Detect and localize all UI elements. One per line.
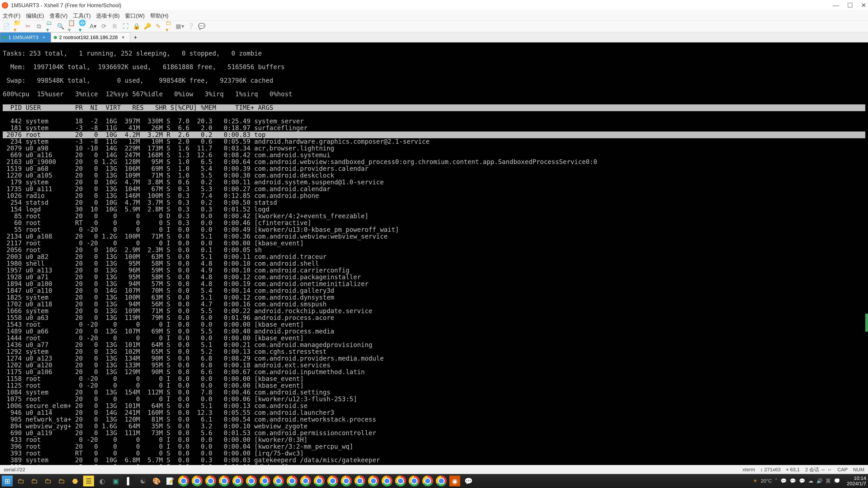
tab-close-icon[interactable]: ×: [42, 35, 45, 40]
tray-wechat-icon[interactable]: 💬: [790, 478, 796, 484]
process-row: 1274 u0_a123 20 0 13G 134M 90M S 0.0 6.8…: [3, 355, 865, 362]
font-icon[interactable]: A▾: [90, 23, 97, 30]
taskbar-chrome-icon[interactable]: [368, 476, 379, 486]
tab-status-dot-icon: [54, 36, 57, 39]
taskbar-chrome-icon[interactable]: [354, 476, 365, 486]
tab-2[interactable]: 2 rootroot192.168.186.228 ×: [51, 32, 130, 42]
titlebar: 1M5UART3 - Xshell 7 (Free for Home/Schoo…: [0, 0, 868, 11]
taskbar-folder-icon[interactable]: 🗀: [16, 476, 26, 486]
search-icon[interactable]: 🔍: [57, 23, 64, 30]
copy2-icon[interactable]: ⎘: [111, 23, 119, 30]
taskbar-chrome-icon[interactable]: [395, 476, 406, 486]
taskbar-notes-icon[interactable]: ☰: [83, 476, 94, 486]
menu-tabs[interactable]: 选项卡(B): [96, 12, 120, 20]
taskbar-chrome-icon[interactable]: [287, 476, 298, 486]
taskbar-chrome-icon[interactable]: [327, 476, 338, 486]
process-row: 181 system -3 -8 11G 41M 26M S 6.6 2.0 0…: [3, 125, 865, 131]
terminal-output[interactable]: Tasks: 253 total, 1 running, 252 sleepin…: [0, 42, 868, 465]
layout-icon[interactable]: ▦▾: [176, 23, 184, 30]
taskbar-chrome-icon[interactable]: [341, 476, 352, 486]
process-row: 2079 u0_a98 10 -10 14G 229M 173M S 1.6 1…: [3, 145, 865, 152]
tab-label: 2 rootroot192.168.186.228: [59, 35, 118, 40]
paste-icon[interactable]: 📋▾: [68, 23, 75, 30]
taskbar-xshell-icon[interactable]: ◉: [450, 476, 460, 486]
taskbar-app-icon[interactable]: ☯: [137, 476, 148, 486]
taskbar-chrome-icon[interactable]: [314, 476, 324, 486]
tray-cloud-icon[interactable]: ☁: [808, 478, 813, 484]
status-conn: serial://22: [4, 467, 25, 473]
process-row: 1558 u0_a63 20 0 13G 119M 79M S 0.0 6.0 …: [3, 315, 865, 321]
taskbar-chrome-icon[interactable]: [273, 476, 284, 486]
taskbar-chrome-icon[interactable]: [300, 476, 311, 486]
tray-ime[interactable]: 英: [826, 478, 831, 484]
taskbar-chrome-icon[interactable]: [178, 476, 189, 486]
cut-icon[interactable]: ✂: [24, 23, 32, 30]
top-swap: Swap: 998548K total, 0 used, 998548K fre…: [3, 77, 865, 84]
start-button[interactable]: ⊞: [2, 476, 13, 486]
tray-up-icon[interactable]: ˄: [775, 478, 777, 484]
new-tab-button[interactable]: +: [130, 32, 141, 42]
properties-icon[interactable]: 🗂▾: [46, 23, 53, 30]
taskbar-chrome-icon[interactable]: [409, 476, 420, 486]
close-button[interactable]: ✕: [861, 2, 866, 9]
taskbar-terminal-icon[interactable]: ▌: [124, 476, 135, 486]
tray-wechat-icon[interactable]: 💬: [799, 478, 805, 484]
top-cpu: 600%cpu 15%user 3%nice 12%sys 567%idle 0…: [3, 91, 865, 98]
taskbar-chrome-icon[interactable]: [422, 476, 433, 486]
taskbar-chrome-icon[interactable]: [192, 476, 203, 486]
process-row: 1489 u0_a66 20 0 13G 107M 69M S 0.0 5.5 …: [3, 328, 865, 335]
taskbar-notepad-icon[interactable]: 📝: [164, 476, 176, 486]
taskbar-folder-icon[interactable]: 🗀: [42, 476, 53, 486]
taskbar-folder-icon[interactable]: 🗀: [56, 476, 67, 486]
globe-icon[interactable]: 🌐▾: [79, 23, 86, 30]
menu-window[interactable]: 窗口(W): [125, 12, 145, 20]
taskbar-chrome-icon[interactable]: [205, 476, 216, 486]
process-row: 1292 system 20 0 13G 102M 65M S 0.0 5.2 …: [3, 348, 865, 355]
system-tray[interactable]: ☀ 20°C ˄ 💬 💬 💬 ☁ 🔊 英 💭 10:14 2024/1/7: [753, 476, 866, 486]
tray-volume-icon[interactable]: 🔊: [816, 478, 823, 484]
chat-icon[interactable]: 💬: [198, 23, 205, 30]
process-row: 1220 u0_a105 20 0 13G 109M 71M S 1.0 5.5…: [3, 172, 865, 179]
fullscreen-icon[interactable]: ⛶: [122, 23, 129, 30]
copy-icon[interactable]: ⧉: [35, 23, 42, 30]
taskbar-chrome-icon[interactable]: [232, 476, 243, 486]
lock-icon[interactable]: 🔒: [133, 23, 140, 30]
maximize-button[interactable]: ☐: [847, 2, 853, 9]
reconnect-icon[interactable]: ⟳: [100, 23, 107, 30]
tab-active[interactable]: 1 1M5UART3 ×: [0, 32, 51, 42]
taskbar-chrome-icon[interactable]: [219, 476, 230, 486]
scrollbar-thumb[interactable]: [865, 314, 868, 332]
tab-close-icon[interactable]: ×: [122, 35, 125, 40]
weather-icon[interactable]: ☀: [753, 478, 757, 484]
taskbar-wechat-icon[interactable]: 💬: [463, 476, 474, 486]
tray-comment-icon[interactable]: 💭: [834, 478, 840, 484]
taskbar-app-icon[interactable]: ◐: [97, 476, 107, 486]
menu-edit[interactable]: 编辑(E): [26, 12, 44, 20]
top-tasks: Tasks: 253 total, 1 running, 252 sleepin…: [3, 50, 865, 57]
help-icon[interactable]: ❔: [187, 23, 194, 30]
taskbar-folder-icon[interactable]: 🗀: [29, 476, 40, 486]
new-session-icon[interactable]: 📄: [3, 23, 10, 30]
highlight-icon[interactable]: ✎: [155, 23, 162, 30]
taskbar-chrome-icon[interactable]: [436, 476, 447, 486]
taskbar-app-icon[interactable]: ▣: [110, 476, 121, 486]
process-row: 1436 u0_a77 20 0 13G 101M 64M S 0.0 5.1 …: [3, 341, 865, 348]
status-pos: ⌖ 63,1: [786, 467, 800, 473]
weather-text: 20°C: [761, 478, 772, 484]
taskbar-chrome-icon[interactable]: [259, 476, 270, 486]
tray-wechat-icon[interactable]: 💬: [780, 478, 786, 484]
menu-help[interactable]: 帮助(H): [150, 12, 168, 20]
menu-file[interactable]: 文件(F): [3, 12, 21, 20]
key-icon[interactable]: 🔑: [144, 23, 151, 30]
taskbar-chrome-icon[interactable]: [381, 476, 393, 486]
folder2-icon[interactable]: 🗀▾: [165, 23, 173, 30]
tray-clock[interactable]: 10:14 2024/1/7: [847, 476, 866, 486]
taskbar-chrome-icon[interactable]: [246, 476, 257, 486]
minimize-button[interactable]: —: [833, 2, 839, 9]
taskbar-app-icon[interactable]: ⬣: [70, 476, 81, 486]
status-size: ↕ 271x63: [761, 467, 780, 473]
open-folder-icon[interactable]: 📁▾: [13, 23, 21, 30]
menu-tools[interactable]: 工具(T): [73, 12, 91, 20]
menu-view[interactable]: 查看(V): [50, 12, 68, 20]
taskbar-paint-icon[interactable]: 🎨: [151, 476, 162, 486]
